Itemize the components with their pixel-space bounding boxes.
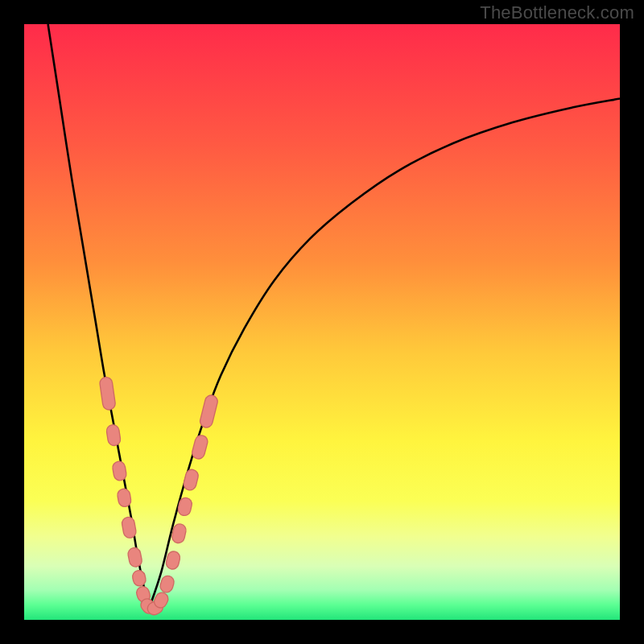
curve-marker bbox=[117, 488, 132, 507]
right-branch-curve bbox=[149, 99, 620, 609]
curve-marker bbox=[183, 469, 200, 492]
curve-marker bbox=[105, 424, 121, 447]
curve-marker bbox=[131, 569, 147, 587]
chart-frame: TheBottleneck.com bbox=[0, 0, 644, 644]
curve-layer bbox=[24, 24, 620, 620]
curve-marker bbox=[99, 377, 116, 411]
curve-marker bbox=[199, 394, 219, 428]
curve-marker bbox=[112, 460, 127, 481]
plot-area bbox=[24, 24, 620, 620]
curve-marker bbox=[191, 434, 209, 460]
curve-marker bbox=[165, 550, 181, 570]
curve-marker bbox=[127, 547, 143, 568]
curve-marker bbox=[159, 574, 175, 593]
curve-marker bbox=[121, 516, 137, 539]
watermark-text: TheBottleneck.com bbox=[480, 2, 634, 23]
